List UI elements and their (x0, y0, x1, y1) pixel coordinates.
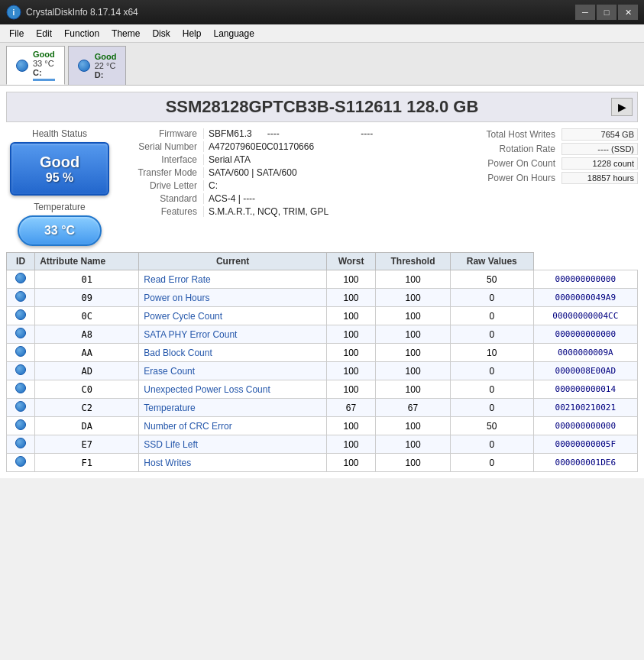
features-value: S.M.A.R.T., NCQ, TRIM, GPL (203, 206, 448, 217)
row-raw: 0000008E00AD (533, 362, 637, 380)
disk-tab-c[interactable]: Good 33 °C C: (6, 46, 65, 85)
row-current: 100 (326, 344, 375, 362)
health-label: Health Status (32, 128, 87, 139)
menu-disk[interactable]: Disk (146, 27, 176, 40)
row-raw: 00000000004CC (533, 307, 637, 325)
disk-c-info: Good 33 °C C: (33, 50, 55, 81)
menu-theme[interactable]: Theme (105, 27, 146, 40)
temp-value: 33 °C (44, 224, 75, 238)
disk-title: SSM28128GPTCB3B-S112611 128.0 GB (166, 97, 479, 117)
row-current: 67 (326, 399, 375, 417)
status-icon (15, 346, 26, 357)
row-attr-name: Unexpected Power Loss Count (139, 380, 326, 399)
info-section: Health Status Good 95 % Temperature 33 °… (6, 128, 638, 246)
menu-edit[interactable]: Edit (30, 27, 58, 40)
status-icon (15, 383, 26, 393)
standard-value: ACS-4 | ---- (203, 193, 448, 204)
standard-label: Standard (119, 193, 203, 204)
row-raw: 002100210021 (533, 399, 637, 417)
drive-letter-value: C: (203, 180, 448, 191)
table-row: F1Host Writes1001000000000001DE6 (7, 454, 638, 472)
row-current: 100 (326, 380, 375, 399)
firmware-value: SBFM61.3 ---- ---- (203, 128, 448, 139)
col-current: Current (139, 253, 326, 270)
disk-title-bar: SSM28128GPTCB3B-S112611 128.0 GB ▶ (6, 92, 638, 122)
row-id: F1 (35, 454, 139, 472)
disk-tab-d[interactable]: Good 22 °C D: (68, 46, 127, 85)
row-threshold: 0 (450, 435, 533, 454)
interface-value: Serial ATA (203, 154, 448, 165)
row-threshold: 0 (450, 325, 533, 344)
col-attr-name: Attribute Name (35, 253, 139, 270)
maximize-button[interactable]: □ (597, 5, 616, 20)
left-specs: Firmware SBFM61.3 ---- ---- Serial Numbe… (119, 128, 448, 246)
spec-firmware: Firmware SBFM61.3 ---- ---- (119, 128, 448, 139)
power-count-label: Power On Count (455, 158, 561, 169)
table-row: AABad Block Count100100100000000009A (7, 344, 638, 362)
spec-power-count: Power On Count 1228 count (455, 157, 638, 170)
temp-badge: 33 °C (18, 215, 102, 246)
status-icon (15, 364, 26, 375)
transfer-value: SATA/600 | SATA/600 (203, 167, 448, 178)
menu-help[interactable]: Help (176, 27, 208, 40)
drive-letter-label: Drive Letter (119, 180, 203, 191)
disk-d-status: Good (95, 52, 117, 61)
spec-drive-letter: Drive Letter C: (119, 180, 448, 191)
close-button[interactable]: ✕ (618, 5, 638, 20)
row-threshold: 0 (450, 289, 533, 307)
row-id: DA (35, 417, 139, 435)
title-bar: i CrystalDiskInfo 8.17.14 x64 ─ □ ✕ (0, 0, 644, 24)
rotation-value: ---- (SSD) (561, 143, 638, 155)
power-hours-value: 18857 hours (561, 172, 638, 184)
row-icon-cell (7, 362, 35, 380)
status-icon (15, 419, 26, 430)
row-attr-name: SSD Life Left (139, 435, 326, 454)
row-icon-cell (7, 325, 35, 344)
disk-d-temp: 22 °C (95, 61, 117, 70)
row-worst: 100 (376, 344, 451, 362)
row-raw: 000000000000 (533, 270, 637, 289)
disk-c-underline (33, 79, 55, 81)
menu-function[interactable]: Function (58, 27, 105, 40)
spec-standard: Standard ACS-4 | ---- (119, 193, 448, 204)
row-icon-cell (7, 270, 35, 289)
status-icon (15, 328, 26, 338)
row-raw: 00000000005F (533, 435, 637, 454)
disk-c-letter: C: (33, 68, 55, 77)
health-section: Health Status Good 95 % Temperature 33 °… (6, 128, 113, 246)
serial-label: Serial Number (119, 141, 203, 152)
row-raw: 000000000014 (533, 380, 637, 399)
disk-d-icon (78, 60, 90, 72)
disk-nav-button[interactable]: ▶ (611, 98, 633, 116)
row-icon-cell (7, 344, 35, 362)
menu-language[interactable]: Language (207, 27, 260, 40)
row-id: C0 (35, 380, 139, 399)
total-writes-label: Total Host Writes (455, 129, 561, 140)
row-current: 100 (326, 270, 375, 289)
table-row: ADErase Count10010000000008E00AD (7, 362, 638, 380)
window-controls: ─ □ ✕ (575, 5, 638, 20)
health-badge: Good 95 % (10, 142, 109, 196)
row-icon-cell (7, 454, 35, 472)
row-worst: 100 (376, 307, 451, 325)
spec-features: Features S.M.A.R.T., NCQ, TRIM, GPL (119, 206, 448, 217)
row-id: 01 (35, 270, 139, 289)
serial-value: A47207960E0C01170666 (203, 141, 448, 152)
spec-serial: Serial Number A47207960E0C01170666 (119, 141, 448, 152)
temp-label: Temperature (34, 202, 85, 212)
health-percent: 95 % (46, 171, 73, 185)
row-icon-cell (7, 435, 35, 454)
row-worst: 100 (376, 270, 451, 289)
row-attr-name: Number of CRC Error (139, 417, 326, 435)
power-count-value: 1228 count (561, 157, 638, 170)
menu-file[interactable]: File (3, 27, 30, 40)
col-id: ID (7, 253, 35, 270)
table-row: A8SATA PHY Error Count100100000000000000… (7, 325, 638, 344)
col-threshold: Threshold (376, 253, 451, 270)
row-raw: 0000000009A (533, 344, 637, 362)
spec-interface: Interface Serial ATA (119, 154, 448, 165)
table-row: C0Unexpected Power Loss Count10010000000… (7, 380, 638, 399)
row-attr-name: Temperature (139, 399, 326, 417)
minimize-button[interactable]: ─ (575, 5, 595, 20)
spec-rotation: Rotation Rate ---- (SSD) (455, 143, 638, 155)
